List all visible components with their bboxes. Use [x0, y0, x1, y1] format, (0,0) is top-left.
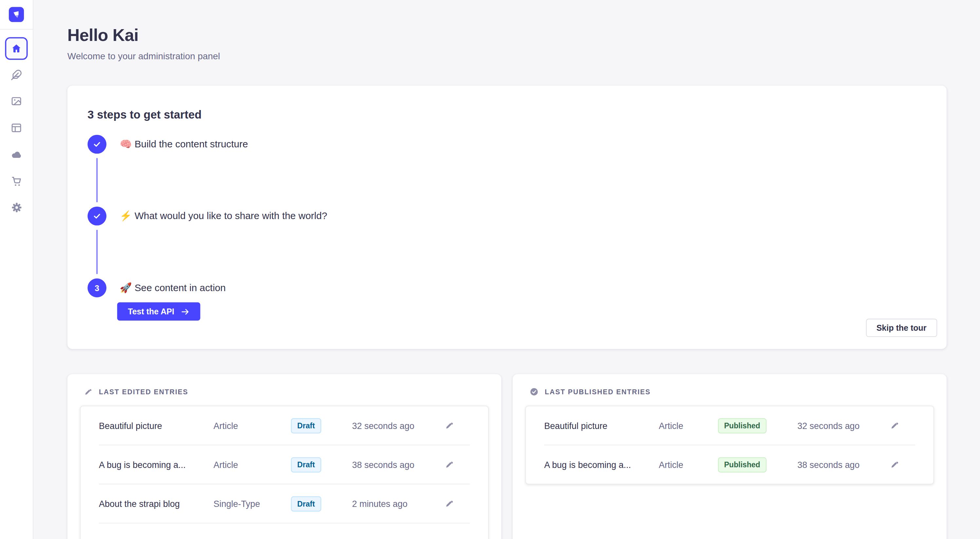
- status-badge: Draft: [291, 418, 321, 433]
- widget-last-edited: LAST EDITED ENTRIES Beautiful picture Ar…: [67, 374, 501, 539]
- entry-status-cell: Draft: [265, 496, 336, 511]
- row-divider: [99, 523, 470, 524]
- page-subtitle: Welcome to your administration panel: [67, 51, 947, 62]
- status-badge: Draft: [291, 457, 321, 472]
- sidebar: [0, 0, 33, 539]
- test-api-button[interactable]: Test the API: [117, 302, 200, 321]
- guided-tour-title: 3 steps to get started: [88, 107, 926, 122]
- widget-title: LAST EDITED ENTRIES: [99, 388, 188, 396]
- sidebar-item-media-library[interactable]: [5, 90, 27, 113]
- entry-time: 32 seconds ago: [336, 420, 445, 431]
- sidebar-logo-area: [0, 0, 33, 29]
- step-1-label: 🧠 Build the content structure: [119, 138, 248, 150]
- pencil-icon: [84, 388, 93, 396]
- tour-step-2: ⚡ What would you like to share with the …: [88, 207, 926, 226]
- check-icon: [93, 140, 102, 149]
- entry-time: 32 seconds ago: [781, 420, 891, 431]
- status-badge: Published: [718, 418, 767, 433]
- edit-entry-button[interactable]: [445, 421, 454, 430]
- step-1-done-indicator: [88, 135, 107, 154]
- cloud-icon: [11, 148, 22, 161]
- entry-time: 38 seconds ago: [781, 460, 891, 469]
- app-root: Hello Kai Welcome to your administration…: [0, 0, 980, 539]
- table-row: A bug is becoming a... Article Draft 38 …: [81, 445, 488, 484]
- sidebar-item-marketplace[interactable]: [5, 169, 27, 192]
- entry-kind: Single-Type: [213, 498, 265, 509]
- pencil-icon: [445, 499, 454, 508]
- home-widgets: LAST EDITED ENTRIES Beautiful picture Ar…: [67, 374, 947, 539]
- entry-kind: Article: [659, 460, 711, 469]
- entry-title: About the strapi blog: [99, 498, 213, 509]
- entry-title: A bug is becoming a...: [99, 460, 213, 469]
- table-row: A bug is becoming a... Article Published…: [526, 445, 934, 484]
- widget-last-published-header: LAST PUBLISHED ENTRIES: [525, 384, 934, 399]
- cart-icon: [11, 175, 22, 187]
- feather-icon: [11, 70, 22, 81]
- step-2-done-indicator: [88, 207, 107, 226]
- strapi-logo-icon: [9, 7, 24, 22]
- widget-last-edited-header: LAST EDITED ENTRIES: [80, 384, 488, 399]
- entry-kind: Article: [213, 460, 265, 469]
- status-badge: Draft: [291, 496, 321, 511]
- sidebar-item-home[interactable]: [5, 37, 27, 60]
- arrow-right-icon: [180, 307, 189, 316]
- pencil-icon: [445, 421, 454, 430]
- entry-time: 2 minutes ago: [336, 498, 445, 509]
- widget-title: LAST PUBLISHED ENTRIES: [545, 388, 651, 396]
- media-icon: [11, 95, 22, 107]
- step-3-label: 🚀 See content in action: [119, 282, 226, 294]
- entry-title: A bug is becoming a...: [544, 460, 659, 469]
- gear-icon: [11, 201, 22, 213]
- table-row: Beautiful picture Article Draft 32 secon…: [81, 406, 488, 445]
- step-3-number: 3: [95, 283, 99, 293]
- edit-entry-button[interactable]: [891, 460, 899, 469]
- last-published-table: Beautiful picture Article Published 32 s…: [525, 406, 934, 484]
- home-icon: [11, 43, 22, 54]
- last-edited-table: Beautiful picture Article Draft 32 secon…: [80, 406, 488, 539]
- pencil-icon: [891, 421, 899, 430]
- test-api-button-label: Test the API: [128, 307, 174, 316]
- entry-status-cell: Published: [711, 457, 781, 472]
- pencil-icon: [891, 460, 899, 469]
- check-icon: [93, 211, 102, 220]
- main-content: Hello Kai Welcome to your administration…: [33, 0, 980, 539]
- entry-kind: Article: [659, 420, 711, 431]
- pencil-icon: [445, 460, 454, 469]
- entry-kind: Article: [213, 420, 265, 431]
- tour-step-1: 🧠 Build the content structure: [88, 135, 926, 154]
- entry-title: Beautiful picture: [544, 420, 659, 431]
- layout-icon: [11, 122, 22, 134]
- guided-tour-card: 3 steps to get started 🧠 Build the conte…: [67, 86, 947, 349]
- entry-time: 38 seconds ago: [336, 460, 445, 469]
- widget-last-published: LAST PUBLISHED ENTRIES Beautiful picture…: [513, 374, 947, 539]
- status-badge: Published: [718, 457, 767, 472]
- sidebar-item-settings[interactable]: [5, 196, 27, 218]
- sidebar-nav: [0, 29, 33, 223]
- tour-step-3: 3 🚀 See content in action: [88, 278, 926, 297]
- edit-entry-button[interactable]: [445, 499, 454, 508]
- edit-entry-button[interactable]: [891, 421, 899, 430]
- table-row: About the strapi blog Single-Type Draft …: [81, 484, 488, 523]
- sidebar-item-content-type-builder[interactable]: [5, 116, 27, 139]
- skip-tour-button[interactable]: Skip the tour: [866, 319, 937, 337]
- page-title: Hello Kai: [67, 25, 947, 46]
- step-3-number-indicator: 3: [88, 278, 107, 297]
- entry-title: Beautiful picture: [99, 420, 213, 431]
- step-connector: [96, 158, 97, 202]
- sidebar-item-cloud[interactable]: [5, 143, 27, 166]
- check-circle-icon: [530, 387, 539, 396]
- strapi-logo[interactable]: [9, 7, 24, 22]
- guided-tour-steps: 🧠 Build the content structure ⚡ What wou…: [88, 135, 926, 321]
- entry-status-cell: Draft: [265, 418, 336, 433]
- step-2-label: ⚡ What would you like to share with the …: [119, 210, 327, 222]
- entry-status-cell: Draft: [265, 457, 336, 472]
- edit-entry-button[interactable]: [445, 460, 454, 469]
- sidebar-item-content-manager[interactable]: [5, 64, 27, 86]
- table-row: Beautiful picture Article Published 32 s…: [526, 406, 934, 445]
- entry-status-cell: Published: [711, 418, 781, 433]
- step-connector: [96, 230, 97, 274]
